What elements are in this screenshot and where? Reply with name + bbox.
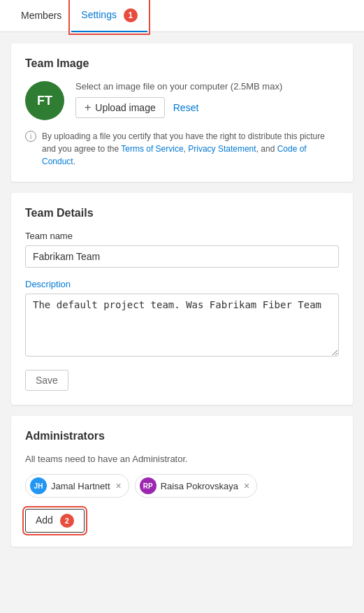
- upload-button[interactable]: + Upload image: [75, 97, 165, 118]
- settings-badge: 1: [124, 8, 138, 22]
- tabs-bar: Members Settings 1: [0, 0, 364, 32]
- admin-chips: JH Jamal Hartnett × RP Raisa Pokrovskaya…: [25, 474, 339, 498]
- team-name-field-group: Team name: [25, 231, 339, 268]
- main-content: Team Image FT Select an image file on yo…: [0, 32, 364, 558]
- admin-hint: All teams need to have an Administrator.: [25, 454, 339, 464]
- terms-link[interactable]: Terms of Service: [121, 144, 183, 154]
- disclaimer-text: By uploading a file you certify that you…: [42, 130, 339, 168]
- description-field-group: Description: [25, 279, 339, 359]
- tab-members[interactable]: Members: [11, 1, 71, 31]
- team-image-title: Team Image: [25, 57, 339, 70]
- reset-link[interactable]: Reset: [173, 102, 199, 113]
- avatar: FT: [25, 81, 64, 120]
- team-name-input[interactable]: [25, 245, 339, 268]
- image-row: FT Select an image file on your computer…: [25, 81, 339, 120]
- chip-jamal: JH Jamal Hartnett ×: [25, 474, 129, 498]
- plus-icon: +: [85, 101, 91, 114]
- administrators-title: Administrators: [25, 430, 339, 442]
- description-textarea[interactable]: [25, 294, 339, 356]
- save-button[interactable]: Save: [25, 370, 68, 391]
- info-icon: i: [25, 131, 36, 142]
- chip-remove-rp[interactable]: ×: [244, 481, 249, 491]
- tab-settings[interactable]: Settings 1: [71, 0, 147, 32]
- chip-remove-jh[interactable]: ×: [116, 481, 122, 491]
- description-label: Description: [25, 279, 339, 289]
- chip-avatar-jh: JH: [30, 477, 47, 494]
- team-name-label: Team name: [25, 231, 339, 241]
- add-button[interactable]: Add 2: [25, 509, 85, 533]
- chip-avatar-rp: RP: [140, 477, 156, 494]
- chip-name-jh: Jamal Hartnett: [51, 481, 110, 491]
- image-controls: Select an image file on your computer (2…: [75, 81, 282, 118]
- chip-name-rp: Raisa Pokrovskaya: [161, 481, 238, 491]
- team-image-card: Team Image FT Select an image file on yo…: [11, 43, 353, 182]
- team-details-title: Team Details: [25, 207, 339, 219]
- disclaimer-row: i By uploading a file you certify that y…: [25, 130, 339, 168]
- upload-row: + Upload image Reset: [75, 97, 282, 118]
- team-details-card: Team Details Team name Description Save: [11, 193, 353, 405]
- administrators-card: Administrators All teams need to have an…: [11, 416, 353, 547]
- privacy-link[interactable]: Privacy Statement: [188, 144, 256, 154]
- add-badge: 2: [60, 514, 74, 528]
- chip-raisa: RP Raisa Pokrovskaya ×: [135, 474, 257, 498]
- image-hint: Select an image file on your computer (2…: [75, 81, 282, 92]
